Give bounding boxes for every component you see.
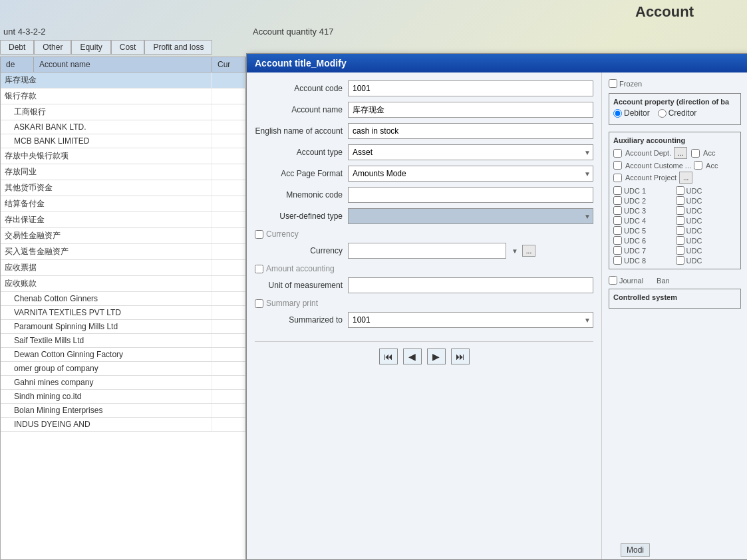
list-item[interactable]: 存放中央银行款项 xyxy=(1,148,245,164)
tab-cost[interactable]: Cost xyxy=(111,40,145,54)
list-item[interactable]: 其他货币资金 xyxy=(1,180,245,196)
debitor-radio[interactable] xyxy=(613,109,622,118)
nav-first-button[interactable]: ⏮ xyxy=(379,349,398,364)
udc5b-checkbox[interactable] xyxy=(676,226,684,235)
account-customer-checkbox[interactable] xyxy=(613,161,622,170)
list-item[interactable]: Dewan Cotton Ginning Factory xyxy=(1,348,245,362)
list-item[interactable]: Paramount Spinning Mills Ltd xyxy=(1,320,245,334)
list-item-currency xyxy=(212,104,245,120)
udc7b-checkbox[interactable] xyxy=(676,246,684,255)
acc-page-format-select[interactable]: Amounts Mode Detail Mode xyxy=(348,166,593,182)
list-item[interactable]: VARNITA TEXTILES PVT LTD xyxy=(1,306,245,320)
amount-accounting-checkbox[interactable] xyxy=(255,265,263,273)
list-item[interactable]: 工商银行 xyxy=(1,104,245,120)
udc2-checkbox[interactable] xyxy=(613,196,622,205)
list-item[interactable]: Bolan Mining Enterprises xyxy=(1,404,245,418)
tab-debt[interactable]: Debt xyxy=(0,40,34,54)
currency-checkbox-row: Currency xyxy=(255,229,593,239)
list-item[interactable]: Gahni mines company xyxy=(1,376,245,390)
tab-equity[interactable]: Equity xyxy=(71,40,110,54)
acc2-checkbox[interactable] xyxy=(694,161,702,170)
udc5-checkbox[interactable] xyxy=(613,226,622,235)
account-code-label: Account code xyxy=(255,84,348,93)
list-rows: 库存现金银行存款工商银行ASKARI BANK LTD.MCB BANK LIM… xyxy=(1,72,245,432)
list-item[interactable]: Sindh mining co.itd xyxy=(1,390,245,404)
list-item[interactable]: MCB BANK LIMITED xyxy=(1,134,245,148)
account-project-button[interactable]: ... xyxy=(679,172,692,184)
udc4-item: UDC 4 xyxy=(613,216,674,225)
english-name-label: English name of account xyxy=(255,126,348,136)
account-code-input[interactable] xyxy=(348,80,593,96)
nav-next-button[interactable]: ▶ xyxy=(427,349,446,364)
currency-browse-button[interactable]: ... xyxy=(522,245,535,257)
nav-prev-button[interactable]: ◀ xyxy=(403,349,422,364)
list-item[interactable]: INDUS DYEING AND xyxy=(1,418,245,432)
list-item-currency xyxy=(212,334,245,347)
list-item-name: 结算备付金 xyxy=(1,196,212,211)
list-item[interactable]: 银行存款 xyxy=(1,88,245,104)
udc3b-checkbox[interactable] xyxy=(676,206,684,215)
list-item[interactable]: 应收账款 xyxy=(1,276,245,292)
user-defined-type-select[interactable] xyxy=(348,208,593,224)
english-name-input[interactable] xyxy=(348,123,593,139)
udc7-label: UDC 7 xyxy=(624,247,646,255)
udc8-checkbox[interactable] xyxy=(613,256,622,265)
header-code: de xyxy=(1,57,34,72)
account-dept-label: Account Dept. xyxy=(625,149,671,157)
udc4b-checkbox[interactable] xyxy=(676,216,684,225)
list-item[interactable]: 存出保证金 xyxy=(1,212,245,228)
list-item-currency xyxy=(212,404,245,417)
account-dept-button[interactable]: ... xyxy=(674,147,687,159)
currency-checkbox[interactable] xyxy=(255,230,263,239)
list-item[interactable]: ASKARI BANK LTD. xyxy=(1,120,245,134)
udc8b-checkbox[interactable] xyxy=(676,256,684,265)
controlled-system-title: Controlled system xyxy=(613,293,736,301)
list-item[interactable]: 交易性金融资产 xyxy=(1,228,245,244)
account-project-checkbox[interactable] xyxy=(613,174,622,182)
unit-measurement-input[interactable] xyxy=(348,277,593,293)
account-customer-row: Account Custome ... Acc xyxy=(613,161,736,170)
account-type-select[interactable]: Asset Liability Equity xyxy=(348,144,593,160)
udc1b-checkbox[interactable] xyxy=(676,186,684,195)
list-item-name: Paramount Spinning Mills Ltd xyxy=(1,320,212,333)
unit-measurement-label: Unit of measurement xyxy=(255,281,348,290)
currency-select[interactable] xyxy=(348,243,506,259)
udc2b-checkbox[interactable] xyxy=(676,196,684,205)
list-item-name: Bolan Mining Enterprises xyxy=(1,404,212,417)
tab-other[interactable]: Other xyxy=(34,40,71,54)
list-item[interactable]: 结算备付金 xyxy=(1,196,245,212)
summary-print-row: Summary print xyxy=(255,299,593,308)
udc6-checkbox[interactable] xyxy=(613,236,622,245)
modal-body: Account code Account name English name o… xyxy=(247,72,747,559)
list-item[interactable]: 库存现金 xyxy=(1,72,245,88)
acc-checkbox[interactable] xyxy=(691,149,700,158)
summarized-to-select[interactable]: 1001 xyxy=(348,312,593,328)
list-item-currency xyxy=(212,292,245,305)
list-item[interactable]: Chenab Cotton Ginners xyxy=(1,292,245,306)
list-item[interactable]: 应收票据 xyxy=(1,260,245,276)
udc8-item: UDC 8 xyxy=(613,256,674,265)
frozen-checkbox[interactable] xyxy=(609,79,617,88)
udc1-item: UDC 1 xyxy=(613,186,674,195)
list-item-currency xyxy=(212,196,245,211)
account-customer-label: Account Custome ... xyxy=(625,162,691,170)
tab-profit[interactable]: Profit and loss xyxy=(144,40,212,54)
list-item[interactable]: omer group of company xyxy=(1,362,245,376)
udc3-item: UDC 3 xyxy=(613,206,674,215)
udc7-checkbox[interactable] xyxy=(613,246,622,255)
udc3-checkbox[interactable] xyxy=(613,206,622,215)
creditor-radio[interactable] xyxy=(658,109,667,118)
list-item[interactable]: Saif Textile Mills Ltd xyxy=(1,334,245,348)
mnemonic-code-input[interactable] xyxy=(348,187,593,203)
list-item[interactable]: 买入返售金融资产 xyxy=(1,244,245,260)
udc1-checkbox[interactable] xyxy=(613,186,622,195)
nav-last-button[interactable]: ⏭ xyxy=(451,349,470,364)
journal-checkbox[interactable] xyxy=(609,276,617,285)
account-dept-checkbox[interactable] xyxy=(613,149,622,158)
summary-print-checkbox[interactable] xyxy=(255,299,263,308)
udc4-checkbox[interactable] xyxy=(613,216,622,225)
udc6b-checkbox[interactable] xyxy=(676,236,684,245)
account-name-input[interactable] xyxy=(348,102,593,118)
list-item[interactable]: 存放同业 xyxy=(1,164,245,180)
mode-label: Modi xyxy=(621,543,650,557)
